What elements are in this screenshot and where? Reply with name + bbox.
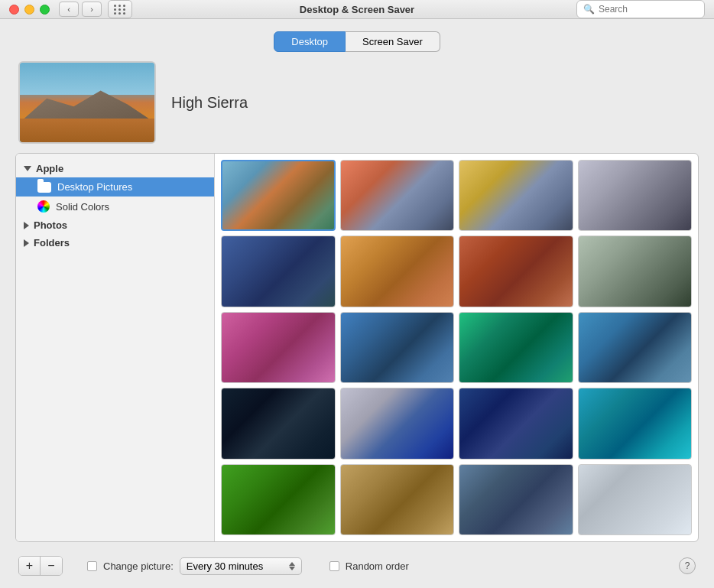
wallpaper-thumbnail[interactable]: [340, 312, 455, 383]
wallpaper-thumbnail[interactable]: [459, 160, 573, 231]
close-button[interactable]: [9, 5, 19, 15]
current-wallpaper-preview: [18, 61, 156, 144]
wallpaper-grid: [215, 154, 698, 541]
sidebar-group-folders[interactable]: Folders: [16, 234, 214, 252]
wallpaper-thumbnail[interactable]: [221, 236, 336, 307]
forward-button[interactable]: ›: [82, 2, 102, 17]
collapsed-icon: [24, 239, 29, 247]
wallpaper-thumbnail[interactable]: [340, 464, 455, 535]
title-bar: ‹ › Desktop & Screen Saver 🔍: [0, 0, 714, 19]
collapsed-icon: [24, 222, 29, 229]
wallpaper-thumbnail[interactable]: [221, 464, 336, 535]
sidebar-group-apple[interactable]: Apple: [16, 160, 214, 177]
browser-section: Apple Desktop Pictures Solid Colors Phot…: [15, 153, 699, 542]
app-grid-button[interactable]: [108, 0, 132, 18]
wallpaper-thumbnail[interactable]: [221, 312, 336, 383]
wallpaper-thumbnail[interactable]: [340, 236, 455, 307]
wallpaper-thumbnail[interactable]: [578, 236, 693, 307]
tab-desktop[interactable]: Desktop: [274, 31, 346, 52]
maximize-button[interactable]: [40, 5, 50, 15]
wallpaper-thumbnail[interactable]: [459, 312, 573, 383]
tab-screensaver[interactable]: Screen Saver: [346, 31, 440, 52]
wallpaper-thumbnail[interactable]: [340, 160, 455, 231]
sidebar-item-desktop-pictures-label: Desktop Pictures: [57, 181, 132, 193]
random-order-label: Random order: [346, 560, 409, 572]
sidebar-item-solid-colors-label: Solid Colors: [56, 201, 109, 213]
interval-dropdown[interactable]: Every 30 minutes: [180, 557, 302, 575]
wallpaper-thumbnail[interactable]: [221, 388, 336, 459]
sidebar-group-photos[interactable]: Photos: [16, 216, 214, 234]
wallpaper-thumbnail[interactable]: [340, 388, 455, 459]
wallpaper-thumbnail[interactable]: [221, 160, 336, 231]
change-picture-section: Change picture: Every 30 minutes: [87, 557, 302, 575]
sidebar-item-desktop-pictures[interactable]: Desktop Pictures: [16, 177, 214, 197]
add-button[interactable]: +: [19, 557, 41, 575]
wallpaper-thumbnail[interactable]: [578, 464, 693, 535]
interval-value: Every 30 minutes: [187, 560, 263, 572]
add-remove-buttons: + −: [18, 556, 63, 576]
change-picture-label: Change picture:: [103, 560, 174, 572]
bottom-bar: + − Change picture: Every 30 minutes Ran…: [15, 551, 699, 580]
wallpaper-thumbnail[interactable]: [578, 388, 693, 459]
wallpaper-thumbnail[interactable]: [459, 464, 573, 535]
sidebar-group-photos-label: Photos: [34, 219, 67, 231]
back-button[interactable]: ‹: [59, 2, 79, 17]
remove-button[interactable]: −: [41, 557, 62, 575]
sidebar-group-folders-label: Folders: [34, 237, 70, 249]
color-wheel-icon: [37, 200, 50, 213]
preview-section: High Sierra: [15, 61, 699, 144]
current-wallpaper-name: High Sierra: [171, 94, 248, 112]
content-area: Desktop Screen Saver High Sierra Apple D…: [0, 19, 714, 588]
expand-icon: [24, 166, 31, 171]
wallpaper-thumbnail[interactable]: [578, 312, 693, 383]
search-bar[interactable]: 🔍: [576, 0, 705, 18]
preview-foliage: [20, 119, 154, 142]
nav-buttons: ‹ ›: [59, 2, 102, 17]
wallpaper-thumbnail[interactable]: [459, 236, 573, 307]
traffic-lights: [9, 5, 50, 15]
minimize-button[interactable]: [24, 5, 34, 15]
sidebar-group-apple-label: Apple: [36, 163, 63, 174]
search-input[interactable]: [599, 4, 698, 15]
change-picture-checkbox[interactable]: [87, 561, 97, 571]
arrow-up-icon: [289, 562, 295, 566]
random-order-section: Random order: [329, 560, 409, 572]
window-title: Desktop & Screen Saver: [300, 4, 414, 15]
help-button[interactable]: ?: [679, 557, 696, 574]
random-order-checkbox[interactable]: [329, 561, 339, 571]
wallpaper-thumbnail[interactable]: [459, 388, 573, 459]
dropdown-arrows-icon: [289, 562, 295, 570]
folder-icon: [37, 182, 51, 193]
preview-sky: [20, 63, 154, 95]
search-icon: 🔍: [583, 4, 595, 15]
wallpaper-thumbnail[interactable]: [578, 160, 693, 231]
arrow-down-icon: [289, 567, 295, 570]
sidebar: Apple Desktop Pictures Solid Colors Phot…: [16, 154, 215, 541]
sidebar-item-solid-colors[interactable]: Solid Colors: [16, 197, 214, 216]
tab-bar: Desktop Screen Saver: [15, 31, 699, 52]
grid-icon: [114, 5, 126, 15]
